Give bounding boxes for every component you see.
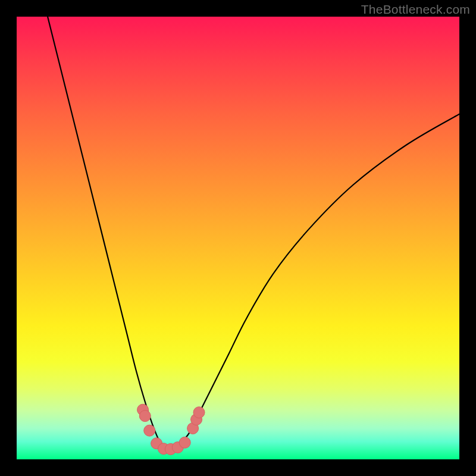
chart-frame: TheBottleneck.com <box>0 0 476 476</box>
curve-marker <box>179 437 190 448</box>
plot-area <box>17 17 459 459</box>
curve-marker <box>144 425 155 436</box>
bottleneck-curve <box>48 17 459 450</box>
curve-marker <box>193 407 205 418</box>
watermark-text: TheBottleneck.com <box>361 2 470 17</box>
plot-svg <box>17 17 459 459</box>
curve-markers <box>137 404 205 455</box>
curve-marker <box>139 411 151 422</box>
